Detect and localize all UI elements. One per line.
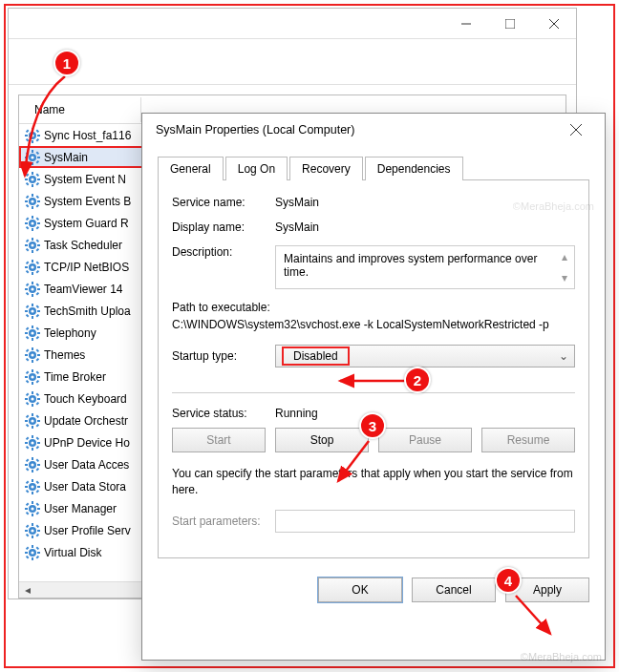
svg-rect-107	[25, 354, 28, 356]
minimize-button[interactable]	[444, 9, 488, 39]
svg-rect-192	[36, 533, 40, 536]
value-path: C:\WINDOWS\system32\svchost.exe -k Local…	[172, 318, 575, 331]
svg-rect-25	[32, 172, 33, 175]
description-scrollbar[interactable]: ▴ ▾	[555, 246, 574, 288]
callout-1: 1	[53, 50, 80, 76]
svg-rect-35	[32, 194, 33, 197]
gear-icon	[25, 326, 40, 341]
tab-recovery[interactable]: Recovery	[289, 157, 363, 180]
svg-rect-175	[32, 501, 33, 504]
svg-rect-41	[26, 203, 30, 207]
svg-rect-196	[32, 557, 33, 560]
svg-rect-145	[32, 435, 33, 438]
svg-rect-147	[25, 442, 28, 444]
tab-dependencies[interactable]: Dependencies	[365, 157, 463, 180]
svg-rect-81	[26, 291, 30, 295]
svg-rect-118	[37, 376, 40, 378]
list-item-label: User Data Acces	[40, 458, 129, 472]
svg-rect-111	[26, 357, 30, 361]
scroll-up-icon[interactable]: ▴	[555, 246, 574, 267]
dialog-close-button[interactable]	[555, 114, 597, 146]
svg-rect-68	[37, 266, 40, 268]
svg-rect-90	[36, 304, 40, 308]
description-box: Maintains and improves system performanc…	[275, 245, 575, 289]
svg-point-83	[31, 287, 33, 290]
svg-rect-116	[32, 382, 33, 385]
maximize-button[interactable]	[488, 9, 532, 39]
properties-dialog: SysMain Properties (Local Computer) Gene…	[141, 113, 606, 661]
close-button[interactable]	[532, 9, 576, 39]
svg-rect-149	[26, 436, 30, 440]
svg-rect-131	[26, 401, 30, 405]
svg-rect-47	[25, 222, 28, 224]
svg-rect-100	[36, 326, 40, 330]
column-header-name[interactable]: Name	[27, 97, 141, 122]
svg-rect-50	[36, 217, 40, 220]
gear-icon	[25, 435, 40, 451]
stop-button[interactable]: Stop	[275, 428, 369, 452]
svg-rect-130	[36, 392, 40, 396]
svg-rect-31	[26, 181, 30, 185]
gear-icon	[25, 369, 40, 385]
svg-rect-97	[25, 332, 28, 334]
scroll-down-icon[interactable]: ▾	[555, 267, 574, 288]
svg-point-163	[31, 463, 33, 466]
gear-icon	[25, 260, 40, 275]
svg-rect-11	[26, 137, 30, 141]
start-parameters-note: You can specify the start parameters tha…	[172, 466, 575, 498]
svg-rect-125	[32, 391, 33, 394]
svg-rect-176	[32, 514, 33, 516]
list-item-label: TCP/IP NetBIOS	[40, 261, 129, 274]
svg-rect-59	[26, 239, 30, 242]
svg-rect-186	[32, 536, 33, 538]
tab-logon[interactable]: Log On	[225, 157, 288, 180]
svg-rect-182	[36, 511, 40, 514]
svg-rect-7	[25, 135, 28, 136]
svg-rect-95	[32, 326, 33, 328]
svg-point-193	[31, 529, 33, 532]
svg-rect-98	[37, 332, 40, 334]
svg-rect-66	[32, 272, 33, 275]
label-description: Description:	[172, 245, 275, 259]
svg-rect-91	[26, 313, 30, 317]
svg-rect-51	[26, 225, 30, 229]
svg-rect-46	[32, 228, 33, 231]
tab-panel-general: Service name: SysMain Display name: SysM…	[158, 180, 589, 558]
list-item-label: Touch Keyboard	[40, 392, 127, 406]
svg-rect-86	[32, 316, 33, 319]
svg-rect-29	[26, 173, 30, 177]
svg-rect-18	[37, 157, 40, 158]
svg-rect-71	[26, 269, 30, 273]
gear-icon	[25, 501, 40, 516]
svg-point-183	[31, 507, 33, 510]
resume-button: Resume	[481, 428, 575, 452]
startup-type-select[interactable]: Disabled ⌄	[275, 345, 575, 368]
list-item-label: Virtual Disk	[40, 546, 101, 559]
svg-rect-6	[32, 140, 33, 143]
callout-4: 4	[495, 567, 522, 594]
svg-rect-96	[32, 338, 33, 341]
ok-button[interactable]: OK	[318, 578, 402, 602]
chevron-down-icon: ⌄	[559, 349, 568, 363]
svg-rect-169	[26, 480, 30, 484]
list-item-label: Sync Host_fa116	[40, 129, 131, 142]
svg-rect-99	[26, 326, 30, 330]
tab-general[interactable]: General	[158, 157, 224, 180]
list-item-label: Telephony	[40, 326, 96, 340]
svg-rect-110	[36, 348, 40, 352]
cancel-button[interactable]: Cancel	[412, 578, 496, 602]
list-item-label: Time Broker	[40, 370, 106, 384]
svg-rect-62	[36, 247, 40, 251]
svg-point-153	[31, 441, 33, 444]
gear-icon	[25, 523, 40, 538]
svg-rect-159	[26, 458, 30, 462]
svg-rect-197	[25, 552, 28, 554]
scroll-left-arrow[interactable]: ◂	[19, 582, 35, 598]
svg-rect-148	[37, 442, 40, 444]
label-start-parameters: Start parameters:	[172, 514, 275, 528]
svg-rect-57	[25, 244, 28, 246]
svg-rect-1	[505, 19, 515, 29]
gear-icon	[25, 172, 40, 187]
svg-rect-56	[32, 250, 33, 253]
svg-rect-151	[26, 445, 30, 449]
